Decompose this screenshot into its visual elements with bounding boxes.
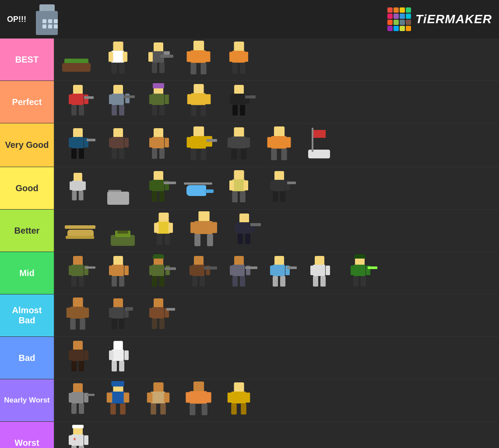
list-item [300,126,338,164]
list-item [139,40,177,79]
tier-label-good: Good [0,167,55,209]
list-item [219,169,258,207]
list-item [58,83,97,121]
tiermaker-brand-text: TiERMAKER [415,12,492,26]
list-item [58,40,97,79]
tier-label-very-good: Very Good [0,123,55,167]
list-item [139,296,177,335]
logo-grid [387,7,411,31]
tier-content-nearly-worst [55,379,499,421]
list-item [179,40,218,79]
tier-row-almost-bad: Almost Bad [0,294,499,337]
tier-row-bad: Bad [0,337,499,379]
op-tier-label: OP!!! [7,15,26,24]
list-item [98,296,137,335]
list-item [58,339,97,377]
list-item [179,254,218,292]
tier-row-nearly-worst: Nearly Worst [0,379,499,422]
tier-content-almost-bad [55,294,499,336]
list-item [260,126,298,164]
list-item: + [58,424,97,448]
list-item [225,211,263,250]
tier-label-nearly-worst: Nearly Worst [0,379,55,421]
op-tier-icon [32,4,62,35]
list-item [98,381,137,420]
list-item [219,83,258,121]
tier-row-very-good: Very Good [0,123,499,167]
list-item [260,254,298,292]
list-item [104,211,142,250]
list-item [260,169,298,207]
list-item [58,296,97,335]
tier-row-mid: Mid [0,252,499,294]
list-item [144,211,183,250]
list-item [179,83,218,121]
list-item [300,254,338,292]
list-item [179,169,218,207]
tiermaker-logo: TiERMAKER [387,7,492,31]
list-item [139,381,177,420]
tier-label-almost-bad: Almost Bad [0,294,55,336]
list-item [219,126,258,164]
list-item [98,339,137,377]
tier-content-perfect [55,81,499,123]
tier-label-bad: Bad [0,337,55,379]
tier-content-bad [55,337,499,379]
list-item [219,40,258,79]
tier-content-best [55,38,499,80]
tier-label-perfect: Perfect [0,81,55,123]
tier-row-worst: Worst + [0,422,499,448]
list-item [139,83,177,121]
tier-label-mid: Mid [0,252,55,294]
list-item [98,169,137,207]
list-item [179,126,218,164]
list-item [98,40,137,79]
list-item [139,126,177,164]
tier-content-good [55,167,499,209]
tier-content-better [55,210,499,252]
tier-label-worst: Worst [0,422,55,448]
tier-row-better: Better [0,210,499,252]
list-item [58,211,102,250]
list-item [58,126,97,164]
list-item [184,211,223,250]
tier-row-good: Good [0,167,499,210]
list-item [98,83,137,121]
list-item [219,254,258,292]
list-item [139,169,177,207]
tier-label-better: Better [0,210,55,252]
tier-content-worst: + [55,422,499,448]
tier-label-best: BEST [0,38,55,80]
tier-row-best: BEST [0,38,499,81]
tier-row-perfect: Perfect [0,81,499,123]
header: OP!!! [0,0,499,38]
tier-content-mid [55,252,499,294]
list-item [139,254,177,292]
list-item [98,126,137,164]
list-item [179,381,218,420]
list-item [98,254,137,292]
list-item [340,254,379,292]
list-item [58,381,97,420]
header-left: OP!!! [7,4,62,35]
tier-content-very-good [55,123,499,167]
list-item [58,254,97,292]
list-item [58,169,97,207]
list-item [219,381,258,420]
